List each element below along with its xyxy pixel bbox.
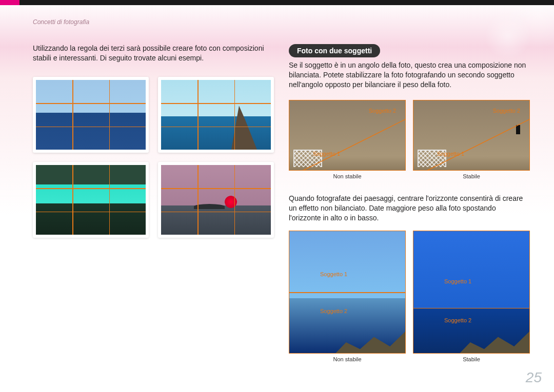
horizon-line: [413, 308, 529, 309]
scene-unstable: Soggetto 2 Soggetto 1: [289, 100, 406, 171]
scene-stable: Soggetto 2 Soggetto 1: [413, 100, 530, 171]
grid-overlay: [36, 80, 146, 150]
example-thumb: [158, 77, 274, 153]
figure-stable: Soggetto 2 Soggetto 1 Stabile: [413, 100, 530, 179]
breadcrumb: Concetti di fotografia: [33, 18, 89, 26]
label-subject2: Soggetto 2: [444, 317, 471, 323]
example-scene-coast-rock: [161, 80, 271, 150]
intro-paragraph: Utilizzando la regola dei terzi sarà pos…: [33, 44, 269, 63]
label-subject1: Soggetto 1: [320, 271, 347, 277]
label-subject2: Soggetto 2: [369, 108, 396, 114]
example-thumb: [158, 162, 274, 238]
top-bar: [0, 0, 554, 5]
grid-overlay: [161, 80, 271, 150]
label-subject1: Soggetto 1: [313, 151, 340, 157]
island-shape: [194, 204, 225, 209]
horizon-line: [289, 292, 405, 293]
example-scene-lake: [36, 165, 146, 235]
scene-horizon-center: Soggetto 1 Soggetto 2: [289, 231, 406, 354]
figure-unstable: Soggetto 2 Soggetto 1 Non stabile: [289, 100, 406, 179]
grid-overlay: [161, 165, 271, 235]
caption-stable: Stabile: [413, 173, 530, 179]
caption-stable: Stabile: [413, 356, 530, 362]
rock-shape: [231, 101, 257, 150]
caption-unstable: Non stabile: [289, 173, 406, 179]
example-scene-sunset: [161, 165, 271, 235]
horizon-paragraph: Quando fotografate dei paesaggi, centrar…: [289, 194, 530, 223]
page-number: 25: [526, 369, 542, 386]
sun-shape: [225, 196, 237, 208]
example-thumb: [33, 77, 149, 153]
label-subject1: Soggetto 1: [437, 151, 464, 157]
grid-overlay: [36, 165, 146, 235]
balance-pair-horizon: Soggetto 1 Soggetto 2 Non stabile Sogget…: [289, 231, 530, 362]
two-subjects-paragraph: Se il soggetto è in un angolo della foto…: [289, 60, 530, 90]
accent-stripe: [0, 0, 19, 5]
coast-shape: [460, 326, 529, 353]
scene-horizon-low: Soggetto 1 Soggetto 2: [413, 231, 530, 354]
label-subject2: Soggetto 2: [320, 308, 347, 314]
coast-shape: [335, 326, 405, 353]
label-subject1: Soggetto 1: [444, 278, 471, 284]
label-subject2: Soggetto 2: [493, 108, 520, 114]
thirds-grid: [33, 77, 274, 238]
figure-unstable: Soggetto 1 Soggetto 2 Non stabile: [289, 231, 406, 362]
example-scene-sea-horizon: [36, 80, 146, 150]
balance-pair-diagonal: Soggetto 2 Soggetto 1 Non stabile Sogget…: [289, 100, 530, 179]
section-title: Foto con due soggetti: [289, 44, 380, 57]
caption-unstable: Non stabile: [289, 356, 406, 362]
figure-stable: Soggetto 1 Soggetto 2 Stabile: [413, 231, 530, 362]
example-thumb: [33, 162, 149, 238]
